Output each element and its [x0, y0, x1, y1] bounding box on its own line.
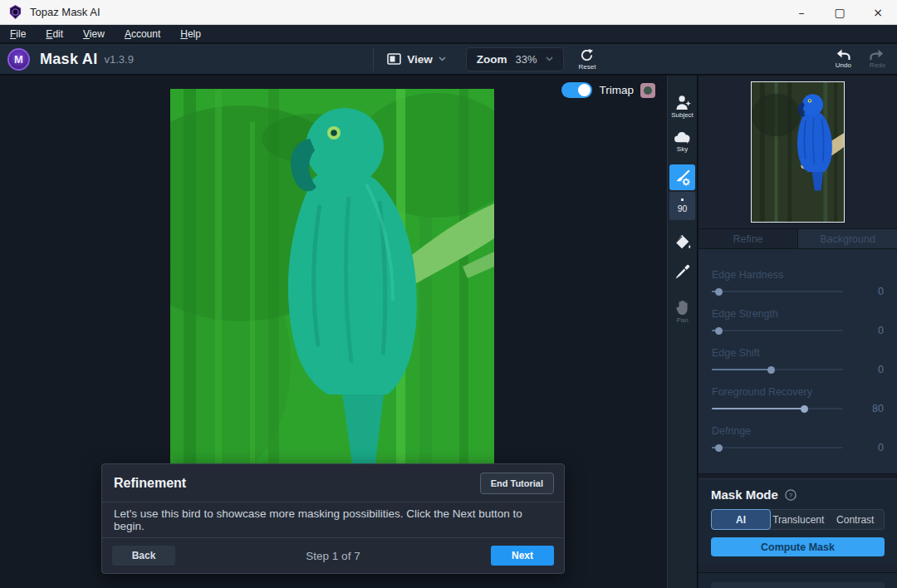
logo-letter: M [14, 53, 23, 66]
mode-translucent[interactable]: Translucent [770, 510, 827, 529]
slider-track[interactable] [712, 447, 843, 448]
slider-value: 0 [854, 442, 884, 453]
brush-tool-selected[interactable] [669, 164, 695, 190]
end-tutorial-button[interactable]: End Tutorial [480, 473, 554, 494]
slider-label: Edge Shift [712, 347, 884, 359]
undo-redo-group: Undo Redo [836, 49, 885, 69]
sky-tool[interactable]: Sky [673, 130, 692, 153]
tab-refine[interactable]: Refine [698, 229, 797, 248]
undo-label: Undo [836, 61, 851, 69]
slider-track[interactable] [712, 330, 843, 331]
view-label: View [407, 53, 433, 66]
mode-contrast[interactable]: Contrast [827, 510, 885, 529]
subject-tool[interactable]: Subject [671, 94, 694, 119]
eyedropper-icon [674, 263, 691, 281]
right-panel: Refine Background Edge Hardness 0 Edge S… [698, 76, 897, 588]
pan-tool[interactable]: Pan [675, 299, 690, 324]
slider-value: 0 [854, 325, 884, 336]
preview-thumbnail-wrap [698, 76, 897, 228]
slider-value: 0 [854, 286, 884, 297]
zoom-value: 33% [515, 53, 537, 66]
eyedropper-tool[interactable] [674, 263, 691, 281]
main-area: Trimap Refinement End Tutorial Let's use… [0, 76, 897, 588]
brush-size-control[interactable]: 90 [669, 192, 695, 220]
app-name: Mask AI [40, 51, 97, 68]
save-button[interactable]: Save [711, 582, 885, 588]
sky-label: Sky [677, 145, 688, 153]
subject-person-icon [674, 94, 692, 110]
slider-value: 80 [854, 403, 884, 414]
slider-defringe: Defringe 0 [712, 425, 884, 453]
slider-label: Edge Hardness [712, 269, 884, 281]
brush-size-dot [681, 198, 684, 201]
tutorial-dialog: Refinement End Tutorial Let's use this b… [101, 463, 565, 574]
paint-bucket-icon [674, 233, 692, 252]
slider-thumb[interactable] [715, 444, 723, 452]
zoom-label: Zoom [477, 53, 507, 66]
mask-mode-segmented: AI Translucent Contrast [711, 509, 885, 530]
view-icon [387, 53, 401, 65]
menu-help[interactable]: Help [170, 27, 211, 42]
brush-size-value: 90 [678, 203, 688, 213]
mode-ai[interactable]: AI [711, 509, 771, 530]
view-dropdown[interactable]: View [373, 48, 454, 71]
slider-label: Foreground Recovery [712, 386, 884, 398]
slider-thumb[interactable] [767, 366, 775, 374]
minimize-button[interactable]: – [782, 0, 821, 24]
redo-icon [870, 49, 885, 61]
topaz-logo-icon [8, 5, 22, 19]
window-title: Topaz Mask AI [30, 6, 100, 18]
menu-edit[interactable]: Edit [36, 27, 73, 42]
brush-settings-icon [674, 169, 692, 187]
compute-mask-button[interactable]: Compute Mask [711, 537, 885, 556]
reset-button[interactable]: Reset [579, 48, 596, 71]
menu-file[interactable]: File [0, 27, 36, 42]
redo-button[interactable]: Redo [870, 49, 885, 69]
dialog-title: Refinement [114, 476, 186, 491]
slider-thumb[interactable] [715, 288, 723, 296]
mask-mode-title: Mask Mode [711, 488, 778, 502]
next-button[interactable]: Next [491, 546, 554, 566]
menu-view[interactable]: View [73, 27, 115, 42]
undo-button[interactable]: Undo [836, 49, 851, 69]
refine-background-tabs: Refine Background [698, 228, 897, 248]
fill-bucket-tool[interactable] [674, 233, 692, 252]
trimap-color-swatch[interactable] [640, 83, 655, 98]
masked-photo-parrot[interactable] [170, 89, 494, 463]
slider-label: Defringe [712, 425, 884, 437]
slider-track[interactable] [712, 291, 843, 292]
save-section: Save [698, 572, 897, 588]
trimap-label: Trimap [599, 84, 634, 96]
redo-label: Redo [870, 61, 885, 69]
title-bar: Topaz Mask AI – ▢ × [0, 0, 897, 25]
menu-account[interactable]: Account [115, 27, 170, 42]
slider-thumb[interactable] [801, 405, 808, 413]
app-version: v1.3.9 [104, 53, 133, 66]
trimap-toggle[interactable] [561, 82, 592, 98]
canvas-area[interactable]: Trimap Refinement End Tutorial Let's use… [0, 76, 667, 588]
original-image-thumbnail[interactable] [751, 81, 845, 223]
swatch-inner [644, 86, 652, 95]
close-button[interactable]: × [859, 0, 897, 24]
slider-foreground-recovery: Foreground Recovery 80 [712, 386, 884, 414]
slider-label: Edge Strength [712, 308, 884, 320]
dialog-body-text: Let's use this bird to showcase more mas… [102, 502, 564, 538]
mask-ai-logo: M [7, 48, 30, 71]
chevron-down-icon [439, 56, 446, 61]
slider-track[interactable] [712, 369, 843, 370]
slider-thumb[interactable] [715, 327, 723, 335]
toggle-knob [578, 84, 591, 96]
help-icon[interactable]: ? [785, 489, 797, 501]
dialog-footer: Back Step 1 of 7 Next [102, 538, 564, 573]
window-controls: – ▢ × [782, 0, 897, 24]
mask-mode-section: Mask Mode ? AI Translucent Contrast Comp… [698, 478, 897, 565]
chevron-down-icon [546, 56, 553, 61]
tab-background[interactable]: Background [797, 229, 897, 248]
maximize-button[interactable]: ▢ [821, 0, 859, 24]
zoom-dropdown[interactable]: Zoom 33% [466, 47, 564, 71]
subject-label: Subject [671, 111, 694, 119]
pan-label: Pan [676, 316, 688, 324]
slider-track[interactable] [712, 408, 843, 409]
refine-sliders-panel: Edge Hardness 0 Edge Strength 0 [698, 248, 897, 473]
sky-cloud-icon [673, 130, 692, 145]
